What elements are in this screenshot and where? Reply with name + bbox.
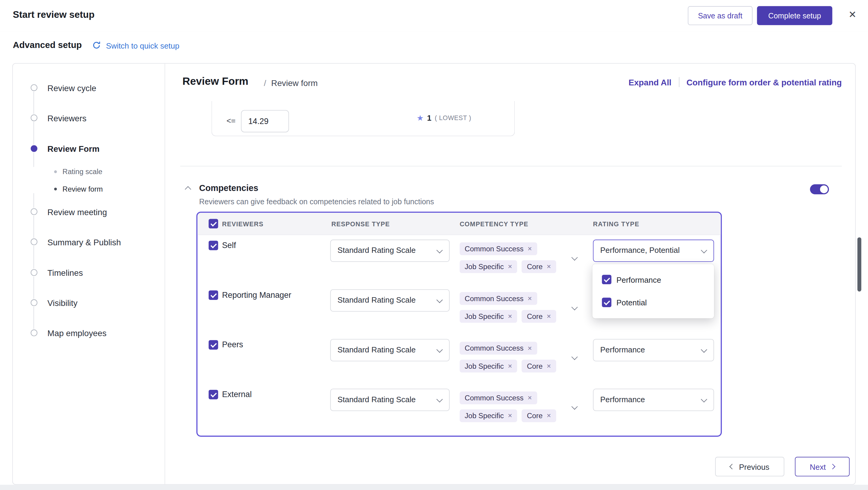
competency-tag: Common Success✕	[460, 342, 537, 355]
chevron-right-icon	[830, 464, 835, 469]
window-bottom-edge	[0, 485, 868, 490]
select-value: Standard Rating Scale	[338, 246, 415, 255]
row-checkbox[interactable]	[209, 241, 218, 250]
competencies-toggle[interactable]	[810, 184, 829, 194]
chevron-down-icon	[571, 304, 578, 311]
sidebar-step-visibility[interactable]: Visibility	[31, 297, 78, 308]
link-divider	[679, 77, 679, 87]
competency-type-select[interactable]: Common Success✕ Job Specific✕ Core✕	[460, 285, 586, 335]
step-circle	[31, 329, 37, 336]
sidebar-step-map-employees[interactable]: Map employees	[31, 327, 107, 339]
competency-tag: Core✕	[522, 310, 556, 323]
sidebar-substep-review-form[interactable]: Review form	[54, 184, 103, 194]
competency-tag: Core✕	[522, 260, 556, 273]
competency-type-select[interactable]: Common Success✕ Job Specific✕ Core✕	[460, 235, 586, 285]
tag-label: Core	[527, 411, 542, 420]
remove-tag-icon[interactable]: ✕	[507, 264, 513, 270]
response-type-select[interactable]: Standard Rating Scale	[330, 289, 450, 312]
star-icon: ★	[417, 114, 424, 122]
competency-tag: Job Specific✕	[460, 260, 518, 273]
row-checkbox[interactable]	[209, 290, 218, 299]
column-header-rating-type: RATING TYPE	[593, 221, 640, 227]
reviewer-label: Self	[222, 241, 236, 250]
column-header-reviewers: REVIEWERS	[222, 221, 264, 227]
setup-mode-title: Advanced setup	[13, 40, 82, 50]
substep-label: Review form	[62, 185, 103, 193]
tag-label: Common Success	[465, 294, 524, 302]
competency-tag: Job Specific✕	[460, 359, 518, 373]
rating-type-select-open[interactable]: Performance, Potential	[593, 239, 714, 262]
reviewer-label: Reporting Manager	[222, 290, 291, 299]
breadcrumb-current: Review form	[271, 78, 318, 87]
breadcrumb-separator: /	[264, 78, 266, 87]
chevron-down-icon	[571, 254, 578, 261]
remove-tag-icon[interactable]: ✕	[507, 363, 513, 369]
remove-tag-icon[interactable]: ✕	[547, 413, 551, 419]
sidebar-step-timelines[interactable]: Timelines	[31, 267, 83, 278]
row-checkbox[interactable]	[209, 390, 218, 399]
header-actions: Expand All Configure form order & potent…	[628, 77, 842, 87]
remove-tag-icon[interactable]: ✕	[547, 314, 551, 319]
response-type-select[interactable]: Standard Rating Scale	[330, 239, 450, 262]
select-value: Standard Rating Scale	[338, 345, 415, 354]
remove-tag-icon[interactable]: ✕	[527, 345, 532, 351]
previous-button[interactable]: Previous	[715, 457, 784, 477]
save-as-draft-button[interactable]: Save as draft	[688, 6, 752, 25]
stepper-connector	[33, 215, 34, 238]
close-icon[interactable]: ✕	[848, 9, 856, 22]
sidebar-substep-rating-scale[interactable]: Rating scale	[54, 167, 102, 176]
tag-label: Job Specific	[465, 312, 504, 321]
sidebar-step-review-meeting[interactable]: Review meeting	[31, 206, 107, 217]
setup-panel: Review cycle Reviewers Review Form Ratin…	[12, 63, 856, 485]
select-all-checkbox[interactable]	[209, 219, 218, 228]
page-title: Start review setup	[13, 9, 95, 21]
rating-type-dropdown-menu: Performance Potential	[592, 264, 714, 318]
sidebar-step-reviewers[interactable]: Reviewers	[31, 112, 87, 123]
rating-type-select[interactable]: Performance	[593, 388, 714, 411]
tag-label: Job Specific	[465, 362, 504, 370]
chevron-left-icon	[730, 464, 735, 469]
stepper-connector	[33, 152, 34, 167]
step-circle	[31, 238, 37, 245]
competency-type-select[interactable]: Common Success✕ Job Specific✕ Core✕	[460, 335, 586, 384]
complete-setup-button[interactable]: Complete setup	[757, 6, 832, 25]
step-circle	[31, 84, 37, 91]
expand-all-link[interactable]: Expand All	[628, 77, 671, 87]
rating-type-select[interactable]: Performance	[593, 339, 714, 361]
option-checkbox[interactable]	[602, 275, 611, 284]
remove-tag-icon[interactable]: ✕	[547, 363, 551, 369]
select-value: Performance	[600, 345, 645, 354]
column-header-response-type: RESPONSE TYPE	[331, 221, 390, 227]
table-row-peers: Peers Standard Rating Scale Common Succe…	[197, 335, 721, 384]
stepper-connector	[33, 193, 34, 208]
chevron-down-icon	[436, 247, 443, 254]
sidebar-step-review-form[interactable]: Review Form	[31, 143, 99, 154]
rating-threshold-input[interactable]	[241, 110, 289, 133]
remove-tag-icon[interactable]: ✕	[507, 413, 513, 419]
remove-tag-icon[interactable]: ✕	[527, 395, 532, 401]
chevron-down-icon	[701, 247, 707, 254]
chevron-down-icon	[436, 346, 443, 353]
response-type-select[interactable]: Standard Rating Scale	[330, 388, 450, 411]
remove-tag-icon[interactable]: ✕	[527, 296, 532, 301]
sidebar-step-summary-publish[interactable]: Summary & Publish	[31, 236, 121, 248]
menu-option-performance[interactable]: Performance	[592, 268, 714, 291]
competency-tag: Common Success✕	[460, 391, 537, 404]
row-checkbox[interactable]	[209, 340, 218, 349]
remove-tag-icon[interactable]: ✕	[547, 264, 551, 270]
response-type-select[interactable]: Standard Rating Scale	[330, 339, 450, 361]
option-checkbox[interactable]	[602, 298, 611, 307]
scrollbar-thumb[interactable]	[858, 237, 861, 292]
remove-tag-icon[interactable]: ✕	[507, 314, 513, 319]
competency-type-select[interactable]: Common Success✕ Job Specific✕ Core✕	[460, 384, 586, 434]
tag-label: Common Success	[465, 394, 524, 402]
configure-form-order-link[interactable]: Configure form order & potential rating	[687, 77, 842, 87]
step-circle	[31, 299, 37, 306]
remove-tag-icon[interactable]: ✕	[527, 246, 532, 252]
collapse-section-icon[interactable]	[185, 186, 191, 193]
sidebar-step-review-cycle[interactable]: Review cycle	[31, 82, 96, 93]
step-label: Summary & Publish	[47, 237, 121, 247]
switch-to-quick-setup-link[interactable]: Switch to quick setup	[106, 41, 179, 50]
menu-option-potential[interactable]: Potential	[592, 291, 714, 314]
next-button[interactable]: Next	[795, 457, 849, 477]
